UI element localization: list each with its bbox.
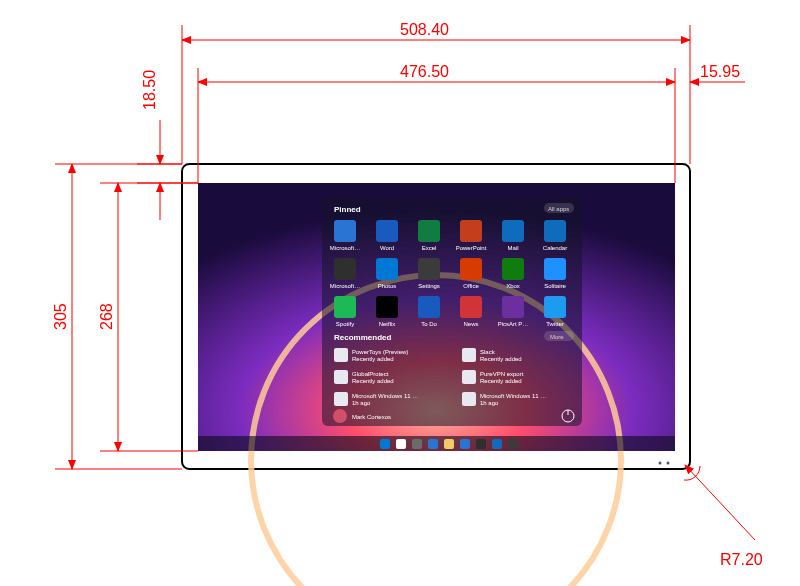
dim-side-bezel: 15.95 — [700, 63, 740, 80]
pinned-app[interactable]: Netflix — [376, 296, 398, 327]
recommended-title: PureVPN export — [480, 371, 524, 377]
svg-rect-0 — [322, 196, 582, 426]
pinned-app-label: Office — [463, 283, 479, 289]
pinned-app-label: To Do — [421, 321, 437, 327]
pinned-app[interactable]: Office — [460, 258, 482, 289]
svg-rect-17 — [460, 296, 482, 318]
svg-rect-3 — [376, 220, 398, 242]
pinned-app-label: Excel — [422, 245, 437, 251]
svg-rect-5 — [460, 220, 482, 242]
pinned-app-label: Photos — [378, 283, 397, 289]
pinned-app-label: Mail — [507, 245, 518, 251]
recommended-title: Microsoft Windows 11 … — [352, 393, 418, 399]
svg-rect-11 — [460, 258, 482, 280]
svg-text:More: More — [550, 334, 564, 340]
pinned-app[interactable]: Solitaire — [544, 258, 566, 289]
svg-rect-9 — [376, 258, 398, 280]
start-icon[interactable] — [380, 439, 390, 449]
svg-rect-14 — [334, 296, 356, 318]
recommended-sub: 1h ago — [352, 400, 371, 406]
svg-rect-6 — [502, 220, 524, 242]
svg-rect-15 — [376, 296, 398, 318]
pinned-app[interactable]: To Do — [418, 296, 440, 327]
camera-dot — [667, 462, 670, 465]
svg-rect-4 — [418, 220, 440, 242]
svg-rect-8 — [334, 258, 356, 280]
pinned-app[interactable]: Twitter — [544, 296, 566, 327]
pinned-header: Pinned — [334, 205, 361, 214]
svg-rect-26 — [462, 392, 476, 406]
pinned-app[interactable]: Microsoft… — [330, 258, 360, 289]
pinned-app-label: Word — [380, 245, 394, 251]
pinned-app[interactable]: Spotify — [334, 296, 356, 327]
svg-rect-2 — [334, 220, 356, 242]
dim-top-bezel: 18.50 — [141, 70, 158, 110]
mail-icon[interactable] — [492, 439, 502, 449]
svg-rect-21 — [334, 348, 348, 362]
dim-outer-width: 508.40 — [400, 21, 449, 38]
task-view-icon[interactable] — [412, 439, 422, 449]
device: Pinned All apps Microsoft…WordExcelPower… — [182, 164, 690, 586]
svg-rect-19 — [544, 296, 566, 318]
svg-rect-7 — [544, 220, 566, 242]
recommended-sub: Recently added — [480, 378, 522, 384]
recommended-title: GlobalProtect — [352, 371, 389, 377]
pinned-app-label: Microsoft… — [330, 283, 360, 289]
pinned-app-label: Calendar — [543, 245, 567, 251]
recommended-title: PowerToys (Preview) — [352, 349, 408, 355]
pinned-app-label: Solitaire — [544, 283, 566, 289]
widgets-icon[interactable] — [428, 439, 438, 449]
search-icon[interactable] — [396, 439, 406, 449]
recommended-header: Recommended — [334, 333, 391, 342]
svg-rect-24 — [462, 370, 476, 384]
camera-dot — [659, 462, 662, 465]
pinned-app-label: News — [463, 321, 478, 327]
svg-rect-25 — [334, 392, 348, 406]
svg-rect-22 — [462, 348, 476, 362]
recommended-sub: Recently added — [352, 378, 394, 384]
recommended-sub: Recently added — [480, 356, 522, 362]
dim-outer-height: 305 — [52, 303, 69, 330]
pinned-app-label: Microsoft… — [330, 245, 360, 251]
recommended-title: Slack — [480, 349, 496, 355]
pinned-app[interactable]: Photos — [376, 258, 398, 289]
svg-rect-10 — [418, 258, 440, 280]
pinned-app-label: Xbox — [506, 283, 520, 289]
svg-rect-18 — [502, 296, 524, 318]
pinned-app[interactable]: Calendar — [543, 220, 567, 251]
recommended-title: Microsoft Windows 11 … — [480, 393, 546, 399]
user-name: Mark Cortexos — [352, 414, 391, 420]
pinned-app-label: Settings — [418, 283, 440, 289]
svg-rect-13 — [544, 258, 566, 280]
start-menu: Pinned All apps Microsoft…WordExcelPower… — [322, 196, 582, 426]
pinned-app-label: Twitter — [546, 321, 564, 327]
svg-rect-23 — [334, 370, 348, 384]
explorer-icon[interactable] — [444, 439, 454, 449]
dim-corner-radius: R7.20 — [720, 551, 763, 568]
svg-rect-16 — [418, 296, 440, 318]
pinned-app-label: PicsArt P… — [498, 321, 529, 327]
pinned-app[interactable]: PicsArt P… — [498, 296, 529, 327]
pinned-app-label: PowerPoint — [456, 245, 487, 251]
recommended-sub: 1h ago — [480, 400, 499, 406]
settings-icon[interactable] — [508, 439, 518, 449]
store-icon[interactable] — [476, 439, 486, 449]
dim-inner-height: 268 — [98, 303, 115, 330]
avatar[interactable] — [333, 409, 347, 423]
svg-rect-12 — [502, 258, 524, 280]
pinned-app[interactable]: Microsoft… — [330, 220, 360, 251]
edge-icon[interactable] — [460, 439, 470, 449]
pinned-app-label: Netflix — [379, 321, 396, 327]
taskbar — [198, 436, 675, 451]
svg-text:All apps: All apps — [548, 206, 569, 212]
pinned-app-label: Spotify — [336, 321, 354, 327]
pinned-app[interactable]: Settings — [418, 258, 440, 289]
dim-inner-width: 476.50 — [400, 63, 449, 80]
recommended-sub: Recently added — [352, 356, 394, 362]
